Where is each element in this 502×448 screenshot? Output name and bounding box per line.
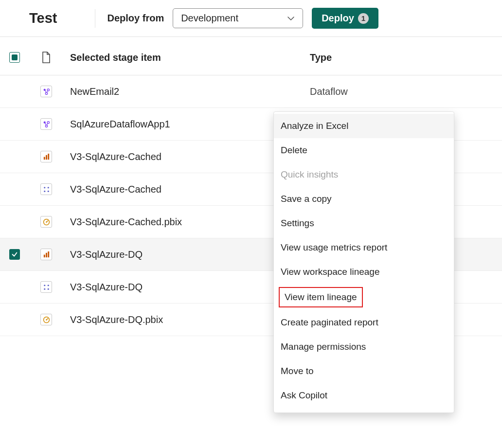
row-checkbox[interactable]: [9, 86, 20, 97]
dashboard-icon: [40, 314, 52, 325]
dataset-icon: [40, 281, 52, 293]
svg-rect-16: [46, 252, 47, 257]
item-name: V3-SqlAzure-Cached: [63, 184, 310, 195]
svg-point-14: [46, 221, 47, 222]
svg-point-9: [44, 187, 45, 188]
menu-item[interactable]: Create paginated report: [274, 310, 454, 335]
column-header-name[interactable]: Selected stage item: [63, 52, 310, 63]
vertical-divider: [95, 9, 95, 28]
item-name: V3-SqlAzure-Cached: [63, 151, 310, 162]
item-name: NewEmail2: [63, 86, 310, 97]
menu-item[interactable]: Delete: [274, 138, 454, 162]
item-name: V3-SqlAzure-DQ.pbix: [63, 314, 310, 325]
deploy-from-dropdown[interactable]: Development: [173, 8, 303, 28]
table-header: Selected stage item Type: [0, 37, 502, 75]
menu-item[interactable]: Settings: [274, 211, 454, 235]
checkbox-indeterminate-icon: [12, 54, 18, 60]
menu-item[interactable]: View item lineage: [279, 287, 363, 307]
svg-point-23: [46, 319, 47, 320]
menu-item: Quick insights: [274, 162, 454, 187]
chevron-down-icon: [287, 15, 295, 22]
deploy-count-badge: 1: [358, 13, 369, 24]
row-checkbox[interactable]: [9, 314, 20, 325]
svg-rect-8: [48, 153, 49, 159]
svg-point-20: [44, 288, 45, 289]
dashboard-icon: [40, 216, 52, 228]
context-menu: Analyze in ExcelDeleteQuick insightsSave…: [273, 111, 454, 336]
dropdown-value: Development: [181, 13, 238, 24]
deploy-button[interactable]: Deploy 1: [312, 8, 378, 29]
item-name: V3-SqlAzure-DQ: [63, 282, 310, 293]
svg-point-21: [47, 288, 49, 289]
row-checkbox[interactable]: [9, 216, 20, 227]
row-checkbox[interactable]: [9, 119, 20, 129]
menu-item[interactable]: Analyze in Excel: [274, 114, 454, 138]
svg-point-10: [47, 187, 49, 188]
row-checkbox[interactable]: [9, 151, 20, 162]
row-checkbox[interactable]: [9, 184, 20, 195]
deploy-from-label: Deploy from: [107, 13, 164, 24]
svg-point-19: [47, 285, 49, 286]
svg-point-12: [47, 190, 49, 192]
dataflow-icon: [40, 86, 52, 97]
svg-rect-15: [43, 254, 45, 257]
menu-item[interactable]: Manage permissions: [274, 335, 454, 336]
svg-rect-6: [43, 157, 45, 160]
column-header-type[interactable]: Type: [310, 52, 502, 63]
page-title: Test: [29, 10, 57, 26]
menu-item[interactable]: Save a copy: [274, 187, 454, 211]
item-type: Dataflow: [310, 86, 502, 97]
select-all-checkbox[interactable]: [9, 52, 20, 63]
svg-point-2: [45, 92, 47, 94]
report-icon: [40, 151, 52, 162]
item-name: V3-SqlAzure-DQ: [63, 249, 310, 260]
row-checkbox[interactable]: [9, 282, 20, 292]
menu-item[interactable]: View workspace lineage: [274, 260, 454, 284]
row-checkbox[interactable]: [9, 249, 20, 260]
svg-point-18: [44, 285, 45, 286]
report-icon: [40, 249, 52, 260]
svg-rect-17: [48, 251, 49, 257]
table-row[interactable]: NewEmail2 Dataflow: [0, 75, 502, 108]
deploy-button-label: Deploy: [322, 13, 354, 24]
svg-rect-7: [46, 155, 47, 159]
menu-item[interactable]: View usage metrics report: [274, 235, 454, 260]
svg-point-5: [45, 125, 47, 127]
file-icon: [41, 52, 51, 63]
item-name: V3-SqlAzure-Cached.pbix: [63, 216, 310, 228]
item-name: SqlAzureDataflowApp1: [63, 119, 310, 130]
header-bar: Test Deploy from Development Deploy 1: [0, 0, 502, 37]
dataflow-icon: [40, 118, 52, 130]
dataset-icon: [40, 183, 52, 195]
svg-point-11: [44, 190, 45, 192]
